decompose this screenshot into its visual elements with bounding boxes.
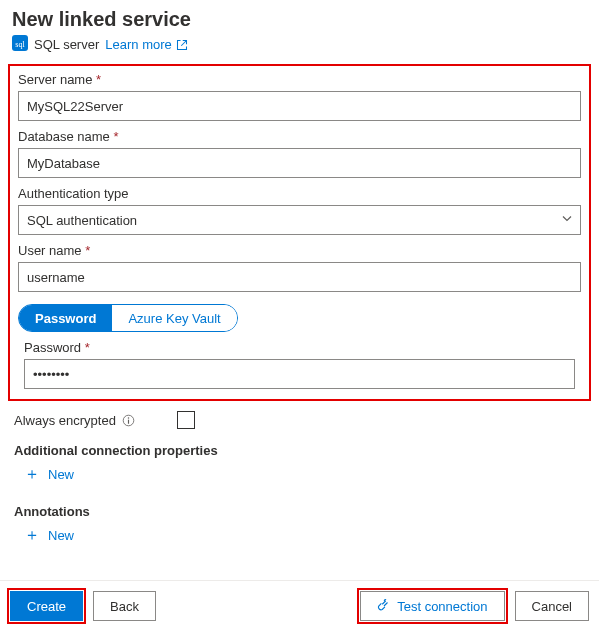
learn-more-link[interactable]: Learn more bbox=[105, 37, 187, 52]
additional-properties-heading: Additional connection properties bbox=[14, 443, 591, 458]
database-name-input[interactable] bbox=[18, 148, 581, 178]
external-link-icon bbox=[176, 39, 188, 51]
plus-icon: ＋ bbox=[24, 466, 40, 482]
connection-fields-box: Server name * Database name * Authentica… bbox=[8, 64, 591, 401]
server-name-input[interactable] bbox=[18, 91, 581, 121]
password-source-toggle: Password Azure Key Vault bbox=[18, 304, 238, 332]
service-type-row: sql SQL server Learn more bbox=[8, 35, 591, 54]
cancel-button[interactable]: Cancel bbox=[515, 591, 589, 621]
page-title: New linked service bbox=[8, 8, 591, 31]
user-name-input[interactable] bbox=[18, 262, 581, 292]
sql-server-icon: sql bbox=[12, 35, 28, 54]
always-encrypted-label: Always encrypted bbox=[14, 413, 135, 428]
user-name-label: User name * bbox=[18, 243, 581, 258]
service-type-label: SQL server bbox=[34, 37, 99, 52]
always-encrypted-checkbox[interactable] bbox=[177, 411, 195, 429]
info-icon[interactable] bbox=[122, 414, 135, 427]
auth-type-select[interactable] bbox=[18, 205, 581, 235]
add-property-button[interactable]: ＋ New bbox=[24, 466, 74, 482]
plug-icon bbox=[377, 599, 391, 613]
password-label: Password * bbox=[24, 340, 575, 355]
azure-key-vault-tab[interactable]: Azure Key Vault bbox=[112, 305, 236, 331]
annotations-heading: Annotations bbox=[14, 504, 591, 519]
plus-icon: ＋ bbox=[24, 527, 40, 543]
password-input[interactable] bbox=[24, 359, 575, 389]
footer-bar: Create Back Test connection Cancel bbox=[0, 580, 599, 631]
back-button[interactable]: Back bbox=[93, 591, 156, 621]
password-tab[interactable]: Password bbox=[19, 305, 112, 331]
test-connection-button[interactable]: Test connection bbox=[360, 591, 504, 621]
add-annotation-button[interactable]: ＋ New bbox=[24, 527, 74, 543]
auth-type-label: Authentication type bbox=[18, 186, 581, 201]
server-name-label: Server name * bbox=[18, 72, 581, 87]
create-button[interactable]: Create bbox=[10, 591, 83, 621]
svg-point-3 bbox=[128, 417, 129, 418]
svg-text:sql: sql bbox=[15, 40, 25, 49]
svg-rect-4 bbox=[128, 419, 129, 423]
database-name-label: Database name * bbox=[18, 129, 581, 144]
